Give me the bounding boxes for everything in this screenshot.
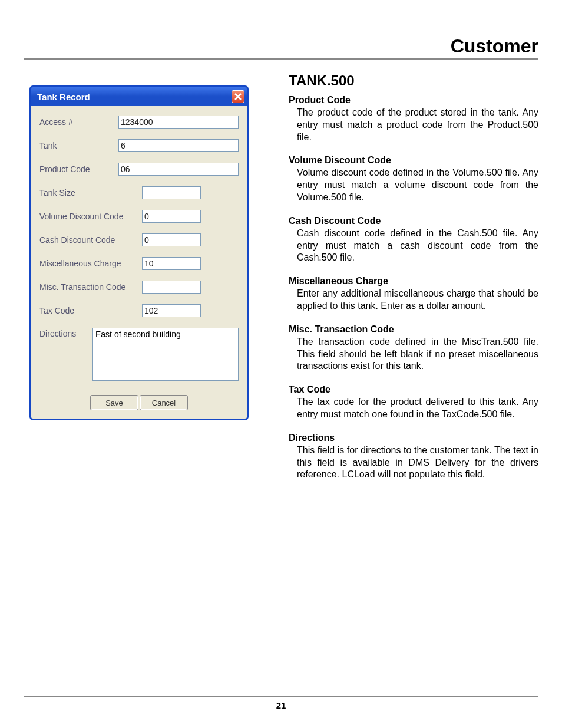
doc-heading: Volume Discount Code xyxy=(289,155,538,166)
doc-body: The product code of the product stored i… xyxy=(297,107,538,143)
doc-heading: Miscellaneous Charge xyxy=(289,276,538,286)
tank-label: Tank xyxy=(39,141,118,150)
doc-heading: Misc. Transaction Code xyxy=(289,324,538,335)
misc-charge-input[interactable] xyxy=(142,257,201,270)
save-button[interactable]: Save xyxy=(90,395,138,410)
misc-txn-input[interactable] xyxy=(142,281,201,294)
page-footer: 21 xyxy=(24,696,538,710)
misc-charge-label: Miscellaneous Charge xyxy=(39,259,142,268)
misc-txn-label: Misc. Transaction Code xyxy=(39,282,142,292)
doc-body: The tax code for the product delivered t… xyxy=(297,396,538,421)
product-code-label: Product Code xyxy=(39,164,118,174)
section-title: TANK.500 xyxy=(289,73,538,89)
close-icon xyxy=(234,92,242,102)
dialog-body: Access # Tank Product Code Tank Size xyxy=(31,106,247,419)
doc-body: Enter any additional miscellaneous charg… xyxy=(297,288,538,312)
tank-input[interactable] xyxy=(118,139,239,152)
volume-discount-label: Volume Discount Code xyxy=(39,212,142,221)
tank-record-dialog: Tank Record Access # Tank xyxy=(29,85,249,420)
directions-label: Directions xyxy=(39,328,92,338)
cancel-button[interactable]: Cancel xyxy=(140,395,188,410)
volume-discount-input[interactable] xyxy=(142,210,201,223)
documentation-column: TANK.500 Product Code The product code o… xyxy=(289,73,538,493)
tank-size-input[interactable] xyxy=(142,186,201,199)
access-label: Access # xyxy=(39,117,118,127)
doc-heading: Product Code xyxy=(289,95,538,106)
cash-discount-label: Cash Discount Code xyxy=(39,235,142,245)
tank-size-label: Tank Size xyxy=(39,188,142,197)
close-button[interactable] xyxy=(232,90,244,103)
access-input[interactable] xyxy=(118,116,239,129)
doc-heading: Directions xyxy=(289,433,538,443)
page-header: Customer xyxy=(24,35,538,60)
doc-body: Volume discount code defined in the Volu… xyxy=(297,167,538,203)
dialog-title: Tank Record xyxy=(37,92,90,102)
dialog-titlebar: Tank Record xyxy=(31,87,247,106)
cash-discount-input[interactable] xyxy=(142,233,201,246)
doc-heading: Cash Discount Code xyxy=(289,216,538,226)
doc-body: Cash discount code defined in the Cash.5… xyxy=(297,228,538,264)
tax-code-input[interactable] xyxy=(142,304,201,317)
doc-body: The transaction code defined in the Misc… xyxy=(297,336,538,373)
directions-input[interactable] xyxy=(92,328,239,381)
tax-code-label: Tax Code xyxy=(39,306,142,315)
page-number: 21 xyxy=(276,700,286,710)
product-code-input[interactable] xyxy=(118,163,239,176)
page-title: Customer xyxy=(24,35,538,57)
doc-body: This field is for directions to the cust… xyxy=(297,444,538,481)
doc-heading: Tax Code xyxy=(289,384,538,395)
